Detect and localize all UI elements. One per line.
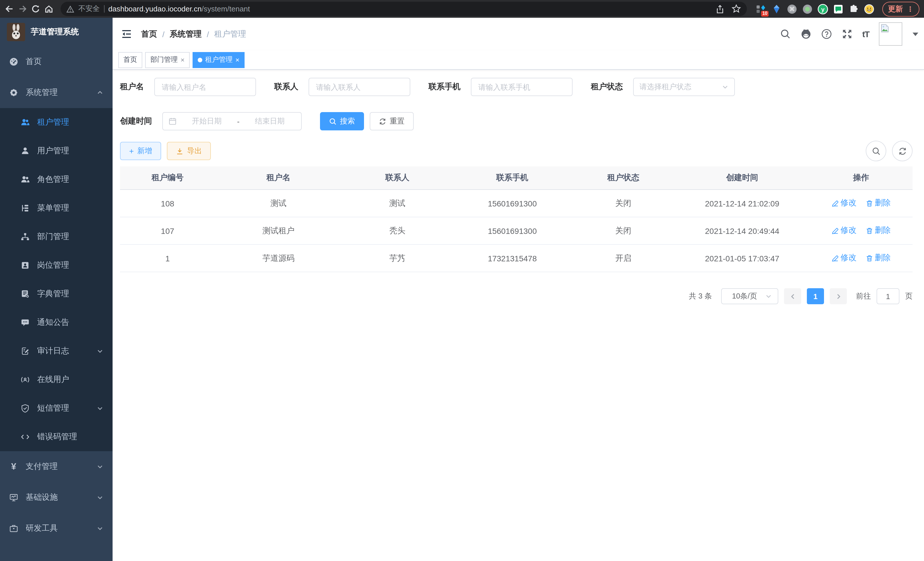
extensions-puzzle-icon[interactable] [849,4,859,14]
status-select[interactable]: 请选择租户状态 [633,78,735,96]
page-size-select[interactable]: 10条/页 [721,288,778,304]
current-page-button[interactable]: 1 [807,288,824,304]
contact-input[interactable] [309,78,410,96]
cell-status: 开启 [572,244,675,272]
sidebar-item-audit[interactable]: 审计日志 [0,337,112,365]
search-icon [329,117,337,125]
fullscreen-icon[interactable] [842,29,853,39]
edit-link[interactable]: 修改 [831,253,856,263]
refresh-icon [898,147,907,155]
sidebar-item-home[interactable]: 首页 [0,46,112,77]
close-icon[interactable]: × [181,56,184,63]
export-button[interactable]: 导出 [167,142,211,160]
back-icon[interactable] [4,4,14,14]
sidebar-item-dept[interactable]: 部门管理 [0,223,112,251]
help-icon[interactable] [821,29,832,39]
sidebar-item-sms[interactable]: 短信管理 [0,394,112,423]
url-host[interactable]: dashboard.yudao.iocoder.cn [108,5,202,13]
refresh-table-button[interactable] [892,141,913,161]
broken-image-icon [880,24,889,33]
date-separator: - [237,117,240,126]
tree-table-icon [21,204,30,213]
cell-tenant-name: 芋道源码 [215,244,342,272]
browser-update-button[interactable]: 更新 ⋮ [882,2,920,16]
page-size-value: 10条/页 [728,291,762,301]
breadcrumb-system[interactable]: 系统管理 [170,29,202,39]
profile-avatar-icon[interactable] [864,4,874,14]
user-avatar[interactable] [879,22,902,46]
address-bar[interactable]: 不安全 dashboard.yudao.iocoder.cn/system/te… [61,2,747,16]
security-label[interactable]: 不安全 [78,4,100,14]
search-icon[interactable] [780,29,791,39]
share-icon[interactable] [716,4,724,14]
sidebar-item-user[interactable]: 用户管理 [0,137,112,165]
yudao-extension-icon[interactable]: y [818,4,828,14]
github-icon[interactable] [801,29,812,39]
chat-extension-icon[interactable] [833,4,843,14]
recorder-extension-icon[interactable] [802,4,813,14]
url-path[interactable]: /system/tenant [202,5,250,13]
kite-extension-icon[interactable] [771,4,782,14]
show-search-toggle-button[interactable] [866,141,886,161]
chevron-right-icon [835,293,842,299]
bookmark-star-icon[interactable] [731,4,741,14]
user-icon [21,146,30,156]
tab-label: 首页 [123,55,137,65]
avatar-dropdown-caret-icon[interactable] [913,32,918,36]
prev-page-button[interactable] [784,288,801,304]
reload-icon[interactable] [31,4,40,14]
cell-status: 关闭 [572,217,675,244]
address-separator [104,5,104,13]
sidebar-item-label: 岗位管理 [37,260,69,271]
logo-image [7,23,25,41]
delete-link[interactable]: 删除 [866,253,891,263]
extension-grid-icon[interactable]: 10 [756,4,766,14]
tenants-icon [21,118,30,127]
sidebar-item-notice[interactable]: 通知公告 [0,308,112,337]
sidebar-toggle-icon[interactable] [121,29,132,39]
sidebar-item-online[interactable]: 在线用户 [0,365,112,394]
tab-home[interactable]: 首页 [118,52,142,68]
edit-link[interactable]: 修改 [831,226,856,236]
font-size-icon[interactable]: tT [862,29,869,39]
money-icon: ¥ [9,462,18,471]
sidebar-item-menu[interactable]: 菜单管理 [0,194,112,223]
add-button[interactable]: + 新增 [120,142,161,160]
date-range-input[interactable]: 开始日期 - 结束日期 [162,112,302,130]
sidebar-item-role[interactable]: 角色管理 [0,165,112,194]
sidebar-logo[interactable]: 芋道管理系统 [0,18,112,46]
forward-icon[interactable] [18,4,27,14]
delete-link[interactable]: 删除 [866,226,891,236]
table-header-row: 租户编号 租户名 联系人 联系手机 租户状态 创建时间 操作 [120,166,913,190]
not-secure-warning-icon[interactable] [66,5,74,13]
search-button[interactable]: 搜索 [320,112,364,130]
next-page-button[interactable] [830,288,847,304]
filter-label-status: 租户状态 [591,82,623,92]
cell-tenant-id: 108 [120,190,215,217]
home-icon[interactable] [44,4,54,14]
sidebar-item-post[interactable]: 岗位管理 [0,251,112,280]
sidebar-item-tools[interactable]: 研发工具 [0,513,112,544]
breadcrumb-home[interactable]: 首页 [141,29,157,39]
tab-dept[interactable]: 部门管理 × [145,52,190,68]
edit-link[interactable]: 修改 [831,198,856,208]
sidebar-item-label: 研发工具 [26,523,58,534]
sidebar-item-system[interactable]: 系统管理 [0,77,112,108]
sidebar-item-errcode[interactable]: 错误码管理 [0,423,112,451]
sidebar-item-dict[interactable]: 字典管理 [0,280,112,308]
sidebar-item-pay[interactable]: ¥ 支付管理 [0,451,112,482]
delete-link[interactable]: 删除 [866,198,891,208]
tenant-name-input[interactable] [154,78,256,96]
mobile-input[interactable] [471,78,573,96]
close-icon[interactable]: × [236,56,239,63]
reset-button[interactable]: 重置 [370,112,414,130]
tenant-page: 租户名 联系人 联系手机 租户状态 请选择租户状态 [112,70,924,561]
browser-menu-dots-icon[interactable]: ⋮ [907,5,914,13]
sidebar-item-infra[interactable]: 基础设施 [0,482,112,513]
export-button-label: 导出 [187,146,202,156]
plus-icon: + [129,147,134,155]
command-extension-icon[interactable]: ⌘ [787,4,797,14]
goto-page-input[interactable] [877,288,899,304]
sidebar-item-tenant[interactable]: 租户管理 [0,108,112,137]
tab-tenant[interactable]: 租户管理 × [193,52,244,68]
